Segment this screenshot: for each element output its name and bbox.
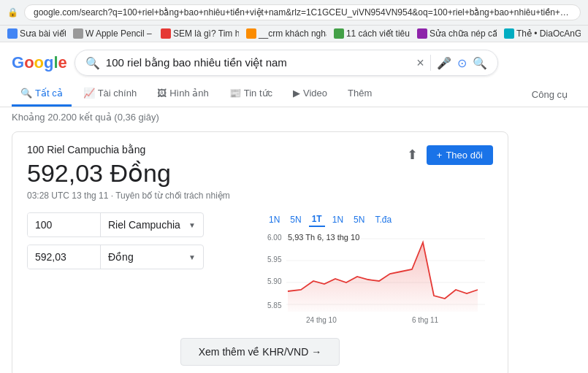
card-top-row: 100 Riel Campuchia bằng 592,03 Đồng 03:2… bbox=[27, 144, 493, 211]
tab-label: Tài chính bbox=[98, 88, 137, 99]
lens-icon[interactable]: ⊙ bbox=[457, 56, 467, 70]
from-amount-input[interactable] bbox=[28, 213, 101, 237]
svg-text:24 thg 10: 24 thg 10 bbox=[306, 316, 337, 324]
card-content: Riel Campuchia ▼ Đồng ▼ bbox=[27, 212, 493, 326]
bookmark-item[interactable]: Sưa bài viết c... bbox=[7, 28, 66, 39]
tab-them[interactable]: Thêm bbox=[339, 82, 381, 107]
tab-tai-chinh[interactable]: 📈 Tài chính bbox=[75, 82, 145, 107]
bookmark-favicon bbox=[161, 28, 171, 39]
search-header: Google 🔍 100 riel bằng bao nhiêu tiền vi… bbox=[0, 42, 588, 82]
svg-text:5.90: 5.90 bbox=[267, 277, 282, 285]
converter-inputs: Riel Campuchia ▼ bbox=[27, 212, 254, 237]
dropdown-arrow-icon: ▼ bbox=[188, 221, 196, 229]
search-query-text: 100 riel bằng bao nhiêu tiền việt nam bbox=[106, 56, 411, 69]
bookmark-favicon bbox=[246, 28, 256, 39]
tab-label: Video bbox=[303, 88, 327, 99]
bookmark-label: Thẻ • DiaOcAnGian... bbox=[516, 28, 581, 39]
dropdown-arrow-icon: ▼ bbox=[188, 253, 196, 261]
tab-icon: 📈 bbox=[83, 88, 95, 99]
bookmark-favicon bbox=[73, 28, 83, 39]
svg-text:5.85: 5.85 bbox=[267, 301, 282, 309]
from-input-group: Riel Campuchia ▼ bbox=[27, 212, 204, 237]
bookmark-favicon bbox=[417, 28, 427, 39]
search-box[interactable]: 🔍 100 riel bằng bao nhiêu tiền việt nam … bbox=[75, 50, 498, 76]
bookmark-label: SEM là gì? Tim hiểu... bbox=[173, 28, 239, 39]
time-1n2-button[interactable]: 1N bbox=[329, 212, 346, 227]
to-input-group: Đồng ▼ bbox=[27, 245, 204, 269]
to-currency-label: Đồng bbox=[108, 251, 134, 263]
tab-icon: 🖼 bbox=[157, 88, 167, 99]
google-logo: Google bbox=[12, 53, 67, 72]
bookmark-label: __crm khách nghành... bbox=[259, 28, 327, 39]
search-button-icon[interactable]: 🔍 bbox=[473, 56, 487, 70]
tab-label: Tin tức bbox=[244, 88, 272, 99]
chart-container: 5,93 Th 6, 13 thg 10 6.00 5.95 5.90 5.85 bbox=[266, 231, 485, 326]
time-5n2-button[interactable]: 5N bbox=[351, 212, 367, 227]
results-count: Khoảng 20.200 kết quả (0,36 giây) bbox=[12, 112, 576, 123]
chart-tooltip: 5,93 Th 6, 13 thg 10 bbox=[288, 233, 359, 242]
from-currency-label: Riel Campuchia bbox=[108, 219, 180, 231]
mic-icon[interactable]: 🎤 bbox=[437, 56, 451, 70]
tab-label: Hình ảnh bbox=[169, 88, 209, 99]
tab-tin-tuc[interactable]: 📰 Tin tức bbox=[221, 82, 281, 107]
svg-text:6.00: 6.00 bbox=[267, 234, 282, 242]
bookmarks-bar: Sưa bài viết c... W Apple Pencil – Wiki.… bbox=[0, 26, 588, 42]
bookmark-favicon bbox=[504, 28, 514, 39]
currency-card: 100 Riel Campuchia bằng 592,03 Đồng 03:2… bbox=[12, 131, 508, 373]
time-1n-button[interactable]: 1N bbox=[266, 212, 283, 227]
address-bar[interactable]: google.com/search?q=100+riel+bằng+bao+nh… bbox=[24, 4, 581, 20]
to-amount-input[interactable] bbox=[28, 245, 101, 269]
tab-icon: 📰 bbox=[229, 88, 241, 99]
see-more-button[interactable]: Xem thêm về KHR/VND → bbox=[180, 338, 340, 366]
lock-icon: 🔒 bbox=[7, 7, 18, 18]
time-tda-button[interactable]: T.đa bbox=[372, 212, 394, 227]
bookmark-item[interactable]: SEM là gì? Tim hiểu... bbox=[161, 28, 239, 39]
bookmark-favicon bbox=[7, 28, 18, 39]
browser-bar: 🔒 google.com/search?q=100+riel+bằng+bao+… bbox=[0, 0, 588, 26]
chart-section: 1N 5N 1T 1N 5N T.đa 5,93 Th 6, 13 thg 10… bbox=[266, 212, 493, 326]
tab-icon: ▶ bbox=[293, 88, 300, 99]
currency-result: 592,03 Đồng bbox=[27, 158, 230, 188]
input-fields: Riel Campuchia ▼ Đồng ▼ bbox=[27, 212, 254, 277]
bookmark-item[interactable]: Thẻ • DiaOcAnGian... bbox=[504, 28, 581, 39]
search-divider bbox=[430, 55, 431, 71]
share-button[interactable]: ⬆ bbox=[404, 144, 421, 166]
exchange-rate-chart: 6.00 5.95 5.90 5.85 bbox=[266, 231, 485, 326]
follow-label: Theo dõi bbox=[446, 150, 483, 161]
time-1t-button[interactable]: 1T bbox=[309, 212, 325, 227]
card-left-top: 100 Riel Campuchia bằng 592,03 Đồng 03:2… bbox=[27, 144, 230, 211]
search-leading-icon: 🔍 bbox=[85, 56, 100, 70]
from-currency-select[interactable]: Riel Campuchia ▼ bbox=[101, 213, 203, 237]
bookmark-item[interactable]: Sửa chữa nép cấm -... bbox=[417, 28, 497, 39]
converter-to-inputs: Đồng ▼ bbox=[27, 245, 254, 269]
bookmark-item[interactable]: W Apple Pencil – Wiki... bbox=[73, 28, 153, 39]
bookmark-item[interactable]: 11 cách viết tiêu để... bbox=[334, 28, 410, 39]
tab-label: Thêm bbox=[348, 88, 372, 99]
see-more-row: Xem thêm về KHR/VND → bbox=[27, 338, 493, 366]
results-area: Khoảng 20.200 kết quả (0,36 giây) 100 Ri… bbox=[0, 107, 588, 373]
to-currency-select[interactable]: Đồng ▼ bbox=[101, 245, 203, 269]
card-actions: ⬆ + Theo dõi bbox=[404, 144, 493, 166]
tab-hinh-anh[interactable]: 🖼 Hình ảnh bbox=[148, 82, 218, 107]
tab-video[interactable]: ▶ Video bbox=[284, 82, 336, 107]
bookmark-favicon bbox=[334, 28, 344, 39]
bookmark-label: W Apple Pencil – Wiki... bbox=[85, 28, 153, 39]
tab-tat-ca[interactable]: 🔍 Tất cả bbox=[12, 82, 72, 107]
svg-text:6 thg 11: 6 thg 11 bbox=[412, 316, 439, 324]
currency-timestamp: 03:28 UTC 13 thg 11 · Tuyên bố từ chối t… bbox=[27, 191, 230, 201]
bookmark-label: Sửa chữa nép cấm -... bbox=[429, 28, 497, 39]
time-5n-button[interactable]: 5N bbox=[287, 212, 304, 227]
nav-tabs: 🔍 Tất cả 📈 Tài chính 🖼 Hình ảnh 📰 Tin tứ… bbox=[0, 82, 588, 107]
follow-button[interactable]: + Theo dõi bbox=[427, 145, 493, 165]
time-buttons: 1N 5N 1T 1N 5N T.đa bbox=[266, 212, 493, 227]
tools-button[interactable]: Công cụ bbox=[523, 83, 576, 106]
bookmark-label: Sưa bài viết c... bbox=[20, 28, 66, 39]
tab-icon: 🔍 bbox=[20, 88, 32, 99]
clear-search-button[interactable]: × bbox=[416, 55, 424, 71]
tab-label: Tất cả bbox=[35, 88, 63, 99]
svg-text:5.95: 5.95 bbox=[267, 255, 282, 264]
bookmark-item[interactable]: __crm khách nghành... bbox=[246, 28, 327, 39]
currency-title: 100 Riel Campuchia bằng bbox=[27, 144, 230, 155]
bookmark-label: 11 cách viết tiêu để... bbox=[346, 28, 410, 39]
follow-plus-icon: + bbox=[437, 150, 443, 161]
